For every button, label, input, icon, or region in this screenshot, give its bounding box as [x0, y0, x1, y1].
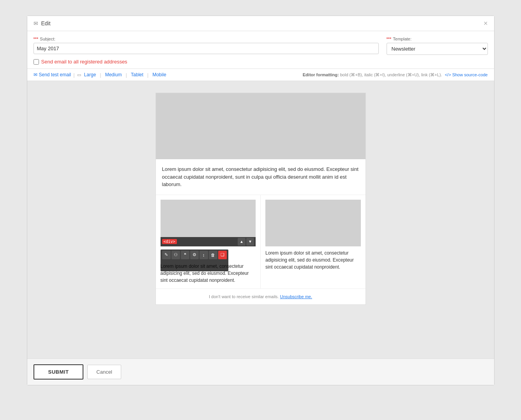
move-up-button[interactable]: ▲	[238, 238, 245, 246]
form-area: ***Subject: ***Template: Newsletter Defa…	[27, 31, 494, 69]
required-indicator-2: ***	[387, 37, 392, 41]
unsubscribe-link[interactable]: Unsubscribe me.	[280, 294, 312, 299]
block-action-toolbar: ✎ ⚇ ❝ ⚙ ↕ 🗑 ❏	[161, 250, 228, 271]
toolbar-left: ✉ Send test email | ▭ Large | Medium | T…	[34, 71, 168, 78]
link-button[interactable]: ⚇	[171, 251, 180, 259]
cancel-button[interactable]: Cancel	[87, 365, 121, 379]
move-down-button[interactable]: ▼	[246, 238, 254, 246]
email-col-left: <div> ▲ ▼ ✎ ⚇	[156, 195, 261, 288]
modal-footer: SUBMIT Cancel	[27, 358, 494, 385]
block-move-btns: ▲ ▼	[238, 238, 254, 246]
toolbar-right: Editor formatting: bold (⌘+B), italic (⌘…	[303, 72, 488, 77]
editor-area: Lorem ipsum dolor sit amet, consectetur …	[27, 81, 494, 358]
email-footer: I don't want to receive similar emails. …	[156, 288, 366, 304]
template-select[interactable]: Newsletter Default Custom	[387, 43, 488, 55]
subject-group: ***Subject:	[34, 37, 379, 55]
quote-button[interactable]: ❝	[181, 251, 189, 259]
block-tag: <div>	[162, 239, 177, 244]
view-medium-button[interactable]: Medium	[104, 71, 124, 78]
envelope-icon: ✉	[34, 72, 37, 77]
col-right-text[interactable]: Lorem ipsum dolor sit amet, consectetur …	[265, 250, 361, 271]
email-intro-text[interactable]: Lorem ipsum dolor sit amet, consectetur …	[156, 159, 366, 195]
sep-1: |	[73, 72, 74, 78]
email-preview: Lorem ipsum dolor sit amet, consectetur …	[155, 93, 366, 305]
checkbox-label: Send email to all registered addresses	[41, 59, 127, 65]
delete-button[interactable]: 🗑	[209, 251, 217, 259]
sep-2: |	[100, 72, 101, 78]
modal-header: ✉ Edit ×	[27, 16, 494, 31]
email-col-right: Lorem ipsum dolor sit amet, consectetur …	[261, 195, 366, 288]
col-image-left: <div> ▲ ▼	[161, 200, 256, 246]
show-source-button[interactable]: </> Show source-code	[445, 72, 487, 77]
col-image-right	[265, 200, 361, 246]
close-button[interactable]: ×	[484, 20, 488, 27]
view-large-button[interactable]: Large	[83, 71, 98, 78]
form-row: ***Subject: ***Template: Newsletter Defa…	[34, 37, 488, 55]
sep-3: |	[125, 72, 127, 78]
editor-formatting-label: Editor formatting:	[303, 72, 339, 77]
email-icon: ✉	[34, 20, 38, 26]
submit-button[interactable]: SUBMIT	[34, 364, 84, 380]
send-all-checkbox[interactable]	[34, 59, 39, 65]
view-mobile-button[interactable]: Mobile	[151, 71, 168, 78]
hero-image-placeholder	[156, 93, 366, 159]
required-indicator: ***	[34, 37, 39, 41]
send-test-email-button[interactable]: ✉ Send test email	[34, 72, 71, 77]
template-label: ***Template:	[387, 37, 488, 41]
subject-label: ***Subject:	[34, 37, 379, 41]
sep-4: |	[147, 72, 148, 78]
email-two-col: <div> ▲ ▼ ✎ ⚇	[156, 195, 366, 288]
view-icon: ▭	[77, 72, 81, 77]
formatting-hint: bold (⌘+B), italic (⌘+I), underline (⌘+U…	[340, 72, 442, 77]
settings-button[interactable]: ⚙	[190, 251, 199, 259]
editor-toolbar: ✉ Send test email | ▭ Large | Medium | T…	[27, 69, 494, 81]
block-toolbar-top: <div> ▲ ▼	[161, 237, 256, 246]
template-group: ***Template: Newsletter Default Custom	[387, 37, 488, 55]
modal-title: Edit	[41, 20, 51, 26]
duplicate-button[interactable]: ❏	[218, 251, 227, 259]
edit-button[interactable]: ✎	[162, 251, 171, 259]
checkbox-row: Send email to all registered addresses	[34, 59, 488, 65]
move-button[interactable]: ↕	[200, 251, 208, 259]
view-tablet-button[interactable]: Tablet	[129, 71, 145, 78]
subject-input[interactable]	[34, 43, 379, 54]
